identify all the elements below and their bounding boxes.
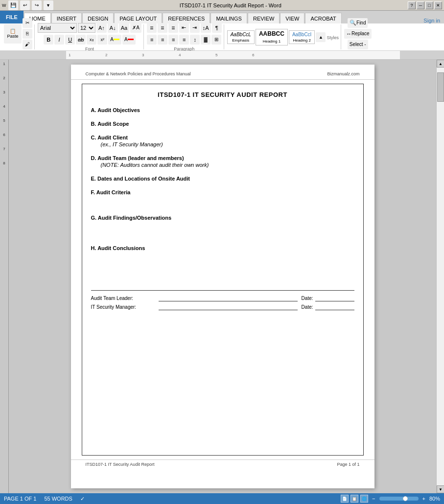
toolbar: 📋 Paste ✂ ⎘ 🖌 Clipboard Arial 12 A↑ A↓ A… (0, 23, 444, 51)
editing-group: 🔍 Find ↔ Replace Select - Editing (342, 24, 374, 49)
scroll-up-arrow[interactable]: ▲ (437, 60, 444, 68)
align-left-button[interactable]: ≡ (147, 35, 157, 45)
line-spacing-button[interactable]: ↕ (190, 35, 200, 45)
tab-insert[interactable]: INSERT (51, 13, 82, 23)
replace-icon: ↔ (346, 31, 351, 37)
word-page[interactable]: Computer & Network Policies and Procedur… (71, 65, 374, 488)
bold-button[interactable]: B (44, 35, 53, 45)
show-formatting-button[interactable]: ¶ (212, 23, 222, 33)
section-d-note: (NOTE: Auditors cannot audit their own w… (101, 162, 354, 168)
ruler-v-5: 5 (3, 118, 5, 123)
zoom-level[interactable]: 80% (429, 496, 440, 502)
find-button[interactable]: 🔍 Find (348, 18, 368, 28)
copy-button[interactable]: ⎘ (23, 29, 32, 39)
justify-button[interactable]: ≡ (179, 35, 189, 45)
ruler-mark-6: 6 (252, 53, 254, 57)
section-c-label: C. Audit Client (91, 135, 354, 140)
style-heading2[interactable]: AaBbCcIHeading 2 (289, 30, 315, 44)
document-border: ITSD107-1 IT SECURITY AUDIT REPORT A. Au… (82, 84, 364, 456)
sign-in-link[interactable]: Sign in (423, 18, 440, 23)
sort-button[interactable]: ↕A (201, 23, 211, 33)
close-button[interactable]: ✕ (434, 1, 442, 9)
quick-access-redo[interactable]: ↪ (32, 0, 42, 10)
ruler-v-4: 4 (3, 104, 5, 109)
strikethrough-button[interactable]: ab (76, 35, 86, 45)
font-size-select[interactable]: 12 (78, 23, 95, 33)
tab-references[interactable]: REFERENCES (163, 13, 210, 23)
minimize-button[interactable]: ─ (417, 1, 424, 9)
scroll-down-arrow[interactable]: ▼ (437, 485, 444, 493)
text-highlight-button[interactable]: A (108, 35, 121, 45)
zoom-thumb[interactable] (403, 496, 408, 501)
borders-button[interactable]: ⊞ (211, 35, 221, 45)
tab-review[interactable]: REVIEW (248, 13, 280, 23)
change-case-button[interactable]: Aa (119, 23, 129, 33)
cut-button[interactable]: ✂ (23, 18, 32, 28)
section-f-label: F. Audit Criteria (91, 189, 354, 195)
shading-button[interactable]: ▓ (201, 35, 210, 45)
vertical-scrollbar[interactable]: ▲ ▼ (436, 60, 444, 493)
tab-acrobat[interactable]: ACROBAT (305, 13, 341, 23)
zoom-increase[interactable]: + (422, 496, 425, 502)
font-color-button[interactable]: A (122, 35, 136, 45)
select-button[interactable]: Select - (348, 40, 368, 49)
ruler-content: 1 2 3 4 5 6 (66, 51, 400, 59)
restore-button[interactable]: □ (425, 1, 433, 9)
align-right-button[interactable]: ≡ (168, 35, 178, 45)
print-layout-view[interactable]: 📄 (341, 495, 349, 503)
scroll-track[interactable] (437, 68, 444, 485)
paste-button[interactable]: 📋 Paste (4, 24, 22, 44)
style-heading1[interactable]: AABBCCHeading 1 (256, 29, 288, 46)
sig-manager-label: IT Security Manager: (91, 304, 155, 310)
ruler-v-3: 3 (3, 90, 5, 94)
web-layout-view[interactable]: 🌐 (360, 495, 368, 503)
superscript-button[interactable]: x² (97, 35, 107, 45)
quick-access-more[interactable]: ▼ (44, 0, 53, 10)
document-title: ITSD107-1 IT SECURITY AUDIT REPORT (91, 91, 354, 98)
italic-button[interactable]: I (54, 35, 64, 45)
help-button[interactable]: ? (408, 1, 416, 9)
sig-manager-date-line (315, 303, 354, 310)
format-painter-button[interactable]: 🖌 (23, 40, 32, 49)
sig-manager-date-label: Date: (302, 304, 313, 310)
font-name-select[interactable]: Arial (38, 23, 77, 33)
styles-label: Styles (327, 35, 339, 40)
bullets-button[interactable]: ≡ (147, 23, 157, 33)
style-emphasis[interactable]: AaBbCcLEmphasis (227, 30, 255, 44)
tab-page-layout[interactable]: PAGE LAYOUT (114, 13, 162, 23)
quick-access-undo[interactable]: ↩ (20, 0, 30, 10)
clear-formatting-button[interactable]: ✗A (130, 23, 141, 33)
scroll-thumb[interactable] (437, 72, 444, 102)
shrink-font-button[interactable]: A↓ (108, 23, 118, 33)
sig-manager-line (159, 303, 298, 310)
styles-scroll-up[interactable]: ▲ (316, 32, 326, 42)
numbering-button[interactable]: ≡ (158, 23, 167, 33)
increase-indent-button[interactable]: ⇥ (190, 23, 200, 33)
footer-right: Page 1 of 1 (337, 462, 359, 467)
proofing-icon[interactable]: ✓ (80, 496, 85, 502)
multilevel-button[interactable]: ≡ (168, 23, 178, 33)
replace-button[interactable]: ↔ Replace (344, 29, 372, 39)
clipboard-group: 📋 Paste ✂ ⎘ 🖌 Clipboard (2, 24, 35, 49)
tab-design[interactable]: DESIGN (82, 13, 114, 23)
zoom-decrease[interactable]: − (372, 496, 375, 502)
tab-view[interactable]: VIEW (280, 13, 304, 23)
grow-font-button[interactable]: A↑ (96, 23, 107, 33)
ruler-mark-5: 5 (215, 53, 217, 57)
footer-left: ITSD107-1 IT Security Audit Report (86, 462, 155, 467)
tab-mailings[interactable]: MAILINGS (210, 13, 247, 23)
section-h: H. Audit Conclusions (91, 245, 354, 251)
styles-group: AaBbCcLEmphasis AABBCCHeading 1 AaBbCcIH… (225, 24, 341, 49)
subscript-button[interactable]: x₂ (87, 35, 96, 45)
underline-button[interactable]: U (65, 35, 75, 45)
font-group: Arial 12 A↑ A↓ Aa ✗A B I U ab x₂ x² A A … (36, 24, 144, 49)
full-reading-view[interactable]: 📋 (351, 495, 358, 503)
ruler-mark-1: 1 (69, 53, 70, 57)
section-c-note: (ex., IT Security Manager) (101, 141, 354, 147)
zoom-slider[interactable] (379, 497, 419, 501)
document-canvas: Computer & Network Policies and Procedur… (9, 60, 436, 493)
decrease-indent-button[interactable]: ⇤ (179, 23, 189, 33)
paragraph-label: Paragraph (174, 46, 194, 51)
quick-access-save[interactable]: 💾 (8, 0, 18, 10)
align-center-button[interactable]: ≡ (158, 35, 167, 45)
